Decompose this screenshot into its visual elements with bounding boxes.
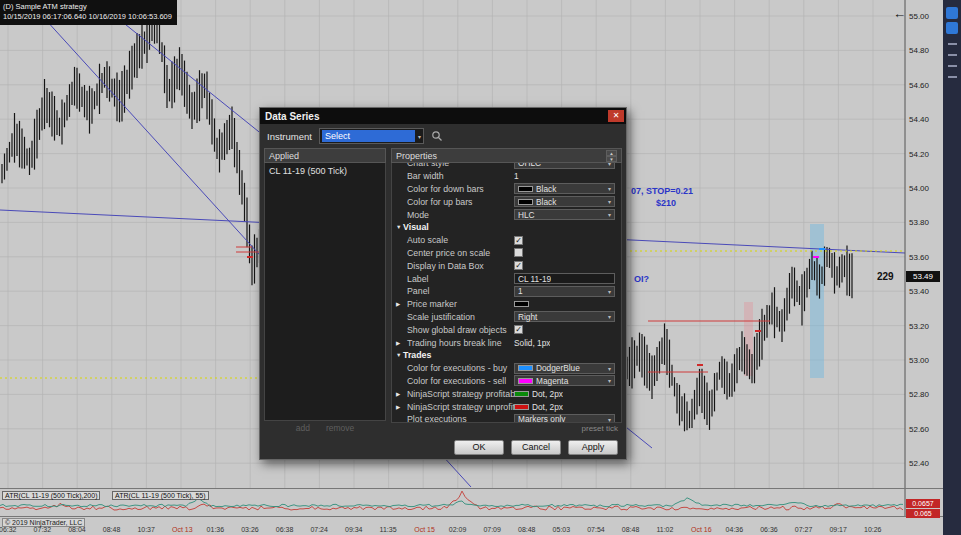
time-axis-label: 02:09: [449, 526, 467, 533]
property-row-ninjascript-strategy-unprofitable[interactable]: ▶NinjaScript strategy unprofitable...Dot…: [394, 400, 619, 413]
right-toolbar[interactable]: [943, 0, 961, 535]
chevron-down-icon: ▾: [608, 163, 611, 167]
property-value[interactable]: Solid, 1px: [514, 338, 619, 348]
toolbar-icon-1[interactable]: [946, 7, 958, 19]
property-row-ninjascript-strategy-profitable-tr[interactable]: ▶NinjaScript strategy profitable tr...Do…: [394, 387, 619, 400]
back-arrow-icon[interactable]: ←: [893, 6, 906, 21]
instrument-dropdown[interactable]: Select ▾: [319, 128, 424, 144]
dropdown[interactable]: Black▾: [514, 183, 615, 194]
remove-button[interactable]: remove: [326, 423, 354, 433]
property-row-label[interactable]: LabelCL 11-19: [394, 272, 619, 285]
property-row-show-global-draw-objects[interactable]: Show global draw objects✓: [394, 323, 619, 336]
applied-instrument-item[interactable]: CL 11-19 (500 Tick): [265, 163, 385, 179]
dropdown[interactable]: Magenta▾: [514, 375, 615, 386]
property-row-color-for-executions-sell[interactable]: Color for executions - sellMagenta▾: [394, 375, 619, 388]
close-button[interactable]: ✕: [608, 110, 624, 122]
properties-grid[interactable]: Chart styleOHLC▾Bar width1Color for down…: [391, 163, 622, 423]
property-value[interactable]: CL 11-19: [514, 273, 619, 284]
properties-header: Properties ▲ ▼: [391, 148, 622, 163]
checkbox[interactable]: ✓: [514, 261, 523, 270]
expand-icon[interactable]: ▶: [394, 404, 403, 410]
ok-button[interactable]: OK: [454, 440, 504, 455]
applied-list[interactable]: CL 11-19 (500 Tick): [264, 163, 386, 421]
toolbar-tab-marker: [948, 65, 957, 67]
property-row-color-for-executions-buy[interactable]: Color for executions - buyDodgerBlue▾: [394, 362, 619, 375]
property-value[interactable]: Dot, 2px: [514, 402, 619, 412]
toolbar-icon-2[interactable]: [946, 22, 958, 34]
property-row-color-for-up-bars[interactable]: Color for up barsBlack▾: [394, 195, 619, 208]
apply-button[interactable]: Apply: [568, 440, 618, 455]
property-value[interactable]: Black▾: [514, 183, 619, 194]
price-axis-label: 53.00: [909, 356, 929, 365]
dropdown[interactable]: HLC▾: [514, 209, 615, 220]
property-value[interactable]: OHLC▾: [514, 163, 619, 169]
property-value[interactable]: HLC▾: [514, 209, 619, 220]
property-value[interactable]: ✓: [514, 325, 619, 334]
checkbox[interactable]: ✓: [514, 325, 523, 334]
property-value[interactable]: Dot, 2px: [514, 389, 619, 399]
value-text: Dot, 2px: [532, 402, 563, 412]
property-row-center-price-on-scale[interactable]: Center price on scale: [394, 247, 619, 260]
color-swatch: [518, 199, 533, 205]
property-row-plot-executions[interactable]: Plot executionsMarkers only▾: [394, 413, 619, 423]
expand-icon[interactable]: ▶: [394, 391, 403, 397]
collapse-icon[interactable]: ▼: [394, 224, 403, 230]
dialog-title-bar[interactable]: Data Series ✕: [260, 108, 626, 124]
property-value[interactable]: ✓: [514, 236, 619, 245]
cancel-button[interactable]: Cancel: [511, 440, 561, 455]
text-input[interactable]: CL 11-19: [514, 273, 615, 284]
property-row-color-for-down-bars[interactable]: Color for down barsBlack▾: [394, 183, 619, 196]
price-axis[interactable]: 55.0054.8054.6054.4054.2054.0053.8053.60…: [905, 0, 943, 517]
collapse-icon[interactable]: ▼: [394, 352, 403, 358]
property-row-scale-justification[interactable]: Scale justificationRight▾: [394, 311, 619, 324]
property-row-chart-style[interactable]: Chart styleOHLC▾: [394, 163, 619, 170]
annotation-oi-label: OI?: [634, 274, 649, 284]
property-row-bar-width[interactable]: Bar width1: [394, 170, 619, 183]
dialog-body: Applied CL 11-19 (500 Tick) add remove P…: [260, 148, 626, 435]
property-row-mode[interactable]: ModeHLC▾: [394, 208, 619, 221]
preset-link[interactable]: preset tick: [391, 423, 622, 435]
property-row-visual[interactable]: ▼Visual: [394, 221, 619, 234]
time-axis-label: 11:02: [656, 526, 673, 533]
property-value[interactable]: Markers only▾: [514, 414, 619, 423]
price-axis-label: 54.80: [909, 46, 929, 55]
dropdown[interactable]: 1▾: [514, 286, 615, 297]
dropdown[interactable]: DodgerBlue▾: [514, 363, 615, 374]
property-row-auto-scale[interactable]: Auto scale✓: [394, 234, 619, 247]
toolbar-tab-marker: [948, 43, 957, 45]
property-value[interactable]: Right▾: [514, 311, 619, 322]
property-value[interactable]: 1: [514, 171, 619, 181]
property-value[interactable]: [514, 301, 619, 307]
time-axis-label: 08:48: [518, 526, 536, 533]
expand-icon[interactable]: ▶: [394, 301, 403, 307]
checkbox[interactable]: [514, 248, 523, 257]
property-row-display-in-data-box[interactable]: Display in Data Box✓: [394, 259, 619, 272]
dropdown[interactable]: Right▾: [514, 311, 615, 322]
dropdown[interactable]: Black▾: [514, 196, 615, 207]
search-icon[interactable]: [431, 130, 443, 142]
property-row-trades[interactable]: ▼Trades: [394, 349, 619, 362]
time-axis[interactable]: © 2019 NinjaTrader, LLC 06:3207:3208:040…: [0, 517, 943, 535]
property-row-price-marker[interactable]: ▶Price marker: [394, 298, 619, 311]
expand-icon[interactable]: ▶: [394, 340, 403, 346]
value-text: Black: [536, 184, 605, 194]
property-value[interactable]: Magenta▾: [514, 375, 619, 386]
property-value[interactable]: Black▾: [514, 196, 619, 207]
time-axis-label: 06:38: [276, 526, 294, 533]
property-label: Color for down bars: [407, 184, 484, 194]
property-value[interactable]: ✓: [514, 261, 619, 270]
time-axis-label: 07:24: [310, 526, 328, 533]
property-value[interactable]: 1▾: [514, 286, 619, 297]
add-button[interactable]: add: [296, 423, 310, 433]
dropdown[interactable]: Markers only▾: [514, 414, 615, 423]
checkbox[interactable]: ✓: [514, 236, 523, 245]
scroll-down-button[interactable]: ▼: [606, 156, 617, 162]
property-value[interactable]: [514, 248, 619, 257]
dropdown[interactable]: OHLC▾: [514, 163, 615, 169]
close-icon: ✕: [613, 112, 620, 120]
last-price-badge: 53.49: [906, 271, 940, 282]
property-value[interactable]: DodgerBlue▾: [514, 363, 619, 374]
chevron-down-icon: ▾: [608, 313, 611, 320]
property-row-panel[interactable]: Panel1▾: [394, 285, 619, 298]
property-row-trading-hours-break-line[interactable]: ▶Trading hours break lineSolid, 1px: [394, 336, 619, 349]
